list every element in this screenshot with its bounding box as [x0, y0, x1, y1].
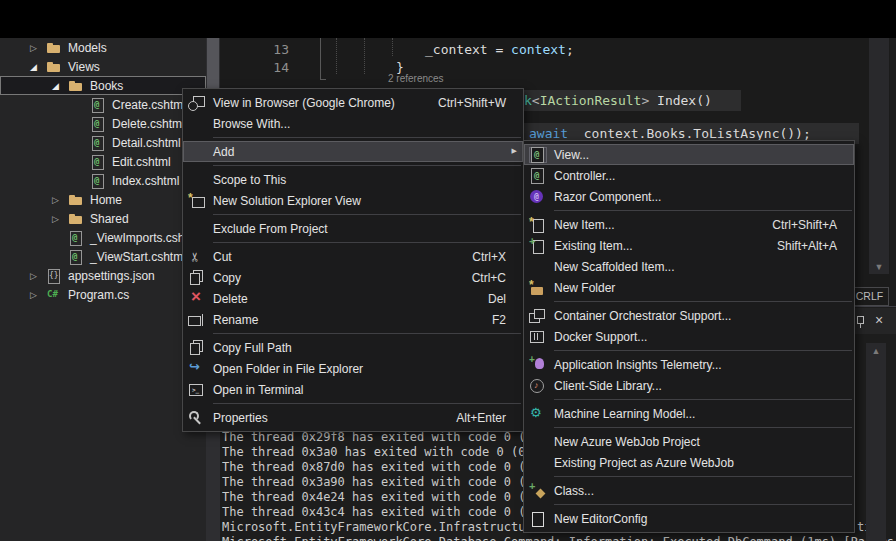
wrench-icon: [188, 410, 206, 426]
tree-item-create-cshtml[interactable]: Create.cshtml: [0, 95, 206, 114]
submenu-arrow-icon: [512, 147, 517, 155]
tree-item-delete-cshtml[interactable]: Delete.cshtml: [0, 114, 206, 133]
submenu-item-machine-learning-model[interactable]: Machine Learning Model...: [524, 403, 854, 424]
menu-item-new-solution-explorer-view[interactable]: New Solution Explorer View: [183, 190, 523, 211]
menu-item-label: New Scaffolded Item...: [554, 260, 675, 274]
tree-item-label: Index.cshtml: [111, 174, 179, 188]
submenu-item-existing-project-as-azure-webjob[interactable]: Existing Project as Azure WebJob: [524, 452, 854, 473]
submenu-item-container-orchestrator-support[interactable]: Container Orchestrator Support...: [524, 305, 854, 326]
menu-item-exclude-from-project[interactable]: Exclude From Project: [183, 218, 523, 239]
submenu-item-class[interactable]: Class...: [524, 480, 854, 501]
json-file-icon: [46, 268, 63, 284]
menu-item-shortcut: Del: [488, 292, 518, 306]
tree-item-label: appsettings.json: [67, 269, 155, 283]
submenu-item-controller[interactable]: Controller...: [524, 165, 854, 186]
menu-item-delete[interactable]: DeleteDel: [183, 288, 523, 309]
submenu-item-application-insights-telemetry[interactable]: Application Insights Telemetry...: [524, 354, 854, 375]
razor-file-icon: [90, 154, 107, 170]
solution-explorer: Models Views Books Create.cshtml Delete.…: [0, 38, 206, 541]
scroll-down-icon[interactable]: ▼: [869, 261, 889, 273]
submenu-item-existing-item[interactable]: Existing Item...Shift+Alt+A: [524, 235, 854, 256]
razor-component-icon: [529, 189, 547, 205]
line-ending-selector[interactable]: CRLF: [850, 287, 889, 306]
submenu-item-new-folder[interactable]: New Folder: [524, 277, 854, 298]
close-icon[interactable]: ×: [872, 312, 886, 328]
menu-item-label: Existing Project as Azure WebJob: [554, 456, 734, 470]
tree-item-detail-cshtml[interactable]: Detail.cshtml: [0, 133, 206, 152]
razor-file-icon: [90, 135, 107, 151]
copy-icon: [188, 270, 206, 286]
tree-item-shared[interactable]: Shared: [0, 209, 206, 228]
menu-item-cut[interactable]: CutCtrl+X: [183, 246, 523, 267]
pin-icon[interactable]: [854, 315, 866, 329]
tree-item-viewimports[interactable]: _ViewImports.cshtml: [0, 228, 206, 247]
outline-margin-tick: [320, 79, 326, 80]
tree-item-label: Models: [67, 41, 107, 55]
add-submenu: View... Controller... Razor Component...…: [523, 140, 855, 533]
menu-item-open-in-terminal[interactable]: Open in Terminal: [183, 379, 523, 400]
menu-separator: [554, 399, 852, 400]
interface-token: IActionResult: [540, 93, 642, 108]
menu-item-add[interactable]: Add: [183, 141, 523, 162]
menu-item-copy-full-path[interactable]: Copy Full Path: [183, 337, 523, 358]
menu-item-label: New Solution Explorer View: [213, 194, 361, 208]
submenu-item-new-editorconfig[interactable]: New EditorConfig: [524, 508, 854, 529]
menu-item-rename[interactable]: RenameF2: [183, 309, 523, 330]
submenu-item-new-item[interactable]: New Item...Ctrl+Shift+A: [524, 214, 854, 235]
tree-item-home[interactable]: Home: [0, 190, 206, 209]
menu-separator: [554, 350, 852, 351]
tree-item-edit-cshtml[interactable]: Edit.cshtml: [0, 152, 206, 171]
chevron-expanded-icon[interactable]: [52, 78, 68, 94]
menu-item-copy[interactable]: CopyCtrl+C: [183, 267, 523, 288]
tree-item-appsettings[interactable]: appsettings.json: [0, 266, 206, 285]
razor-file-icon: [68, 230, 85, 246]
menu-item-shortcut: Ctrl+Shift+W: [438, 96, 518, 110]
chevron-collapsed-icon[interactable]: [30, 40, 46, 56]
menu-item-browse-with[interactable]: Browse With...: [183, 113, 523, 134]
chevron-collapsed-icon[interactable]: [30, 268, 46, 284]
icon-placeholder: [188, 116, 206, 132]
folder-icon: [46, 40, 63, 56]
tree-item-index-cshtml[interactable]: Index.cshtml: [0, 171, 206, 190]
menu-item-label: Controller...: [554, 169, 615, 183]
menu-item-open-folder-in-file-explorer[interactable]: Open Folder in File Explorer: [183, 358, 523, 379]
menu-item-label: Copy: [213, 271, 241, 285]
chevron-expanded-icon[interactable]: [30, 59, 46, 75]
menu-separator: [213, 137, 521, 138]
tree-item-viewstart[interactable]: _ViewStart.cshtml: [0, 247, 206, 266]
chevron-collapsed-icon[interactable]: [30, 287, 46, 303]
menu-item-label: Add: [213, 145, 234, 159]
editor-vertical-scrollbar[interactable]: ▼: [869, 38, 889, 274]
submenu-item-view[interactable]: View...: [524, 144, 854, 165]
chevron-collapsed-icon[interactable]: [52, 211, 68, 227]
tree-item-program-cs[interactable]: Program.cs: [0, 285, 206, 304]
menu-item-shortcut: Ctrl+Shift+A: [772, 218, 849, 232]
icon-placeholder: [188, 172, 206, 188]
title-bar: [0, 0, 896, 38]
menu-item-scope-to-this[interactable]: Scope to This: [183, 169, 523, 190]
codelens-references[interactable]: 2 references: [388, 73, 444, 84]
folder-icon: [46, 59, 63, 75]
submenu-item-new-scaffolded-item[interactable]: New Scaffolded Item...: [524, 256, 854, 277]
submenu-item-new-azure-webjob-project[interactable]: New Azure WebJob Project: [524, 431, 854, 452]
menu-item-properties[interactable]: PropertiesAlt+Enter: [183, 407, 523, 428]
submenu-item-client-side-library[interactable]: Client-Side Library...: [524, 375, 854, 396]
output-vertical-scrollbar[interactable]: ▲: [866, 343, 886, 541]
menu-item-label: Copy Full Path: [213, 341, 292, 355]
tree-item-views[interactable]: Views: [0, 57, 206, 76]
razor-file-icon: [90, 173, 107, 189]
tree-item-books[interactable]: Books: [0, 76, 206, 95]
menu-item-view-in-browser[interactable]: View in Browser (Google Chrome)Ctrl+Shif…: [183, 92, 523, 113]
scissors-icon: [188, 249, 206, 265]
submenu-item-razor-component[interactable]: Razor Component...: [524, 186, 854, 207]
submenu-item-docker-support[interactable]: Docker Support...: [524, 326, 854, 347]
indent-guide: [336, 38, 337, 74]
menu-item-label: Properties: [213, 411, 268, 425]
chevron-collapsed-icon[interactable]: [52, 192, 68, 208]
scroll-up-icon[interactable]: ▲: [866, 345, 886, 357]
icon-placeholder: [188, 221, 206, 237]
menu-item-label: Rename: [213, 313, 258, 327]
menu-separator: [213, 242, 521, 243]
tree-item-models[interactable]: Models: [0, 38, 206, 57]
razor-page-icon: [529, 147, 547, 163]
